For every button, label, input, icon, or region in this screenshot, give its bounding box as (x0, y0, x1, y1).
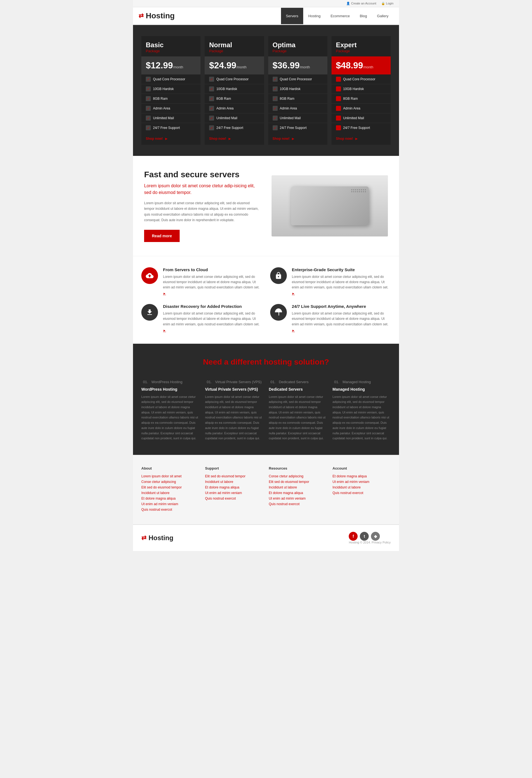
privacy-policy-link[interactable]: Privacy Policy (372, 541, 391, 544)
solution-title: Dedicated Servers (269, 387, 327, 391)
plan-header: Basic Package (141, 36, 200, 56)
list-item: ✓8GB Ram (141, 94, 200, 104)
price-box: $36.99/month (268, 56, 327, 74)
facebook-button[interactable]: f (349, 532, 358, 541)
footer-link[interactable]: Incididunt ut labore (205, 480, 264, 484)
footer-links-grid: AboutLorem ipsum dolor sit ametConse cte… (141, 466, 391, 513)
list-item: ✓Quad Core Processor (268, 74, 327, 84)
footer-link[interactable]: Elit sed do eiusmod tempor (205, 474, 264, 478)
user-icon: 👤 (346, 2, 350, 5)
footer-logo: ⇄ Hosting (141, 534, 173, 542)
price: $24.99 (209, 60, 236, 70)
feature-support: 24/7 Live Support Anytime, Anywhere Lore… (270, 304, 391, 333)
features-list: ✓Quad Core Processor✓10GB Hardisk✓8GB Ra… (332, 74, 391, 133)
check-icon: ✓ (209, 86, 214, 91)
shop-now-button[interactable]: Shop now! ► (268, 133, 327, 145)
footer-link[interactable]: Elit sed do eiusmod tempor (269, 480, 327, 484)
check-icon: ✓ (336, 77, 341, 82)
list-item: ✓24/7 Free Support (205, 123, 264, 133)
feature-security-body: Lorem ipsum dolor sit amet conse ctetur … (292, 274, 391, 290)
footer-link[interactable]: Conse ctetur adipiscing (269, 474, 327, 478)
fast-servers-subtitle: Lorem ipsum dolor sit amet conse ctetur … (144, 182, 260, 196)
plan-expert: Expert Package $48.99/month ✓Quad Core P… (332, 36, 391, 145)
footer-copyright: Hosting © 2014. Privacy Policy (349, 541, 391, 544)
footer-col-support: SupportElit sed do eiusmod temporIncidid… (205, 466, 264, 513)
footer-link[interactable]: Elit sed do eiusmod tempor (141, 485, 200, 489)
shop-now-button[interactable]: Shop now! ► (205, 133, 264, 145)
check-icon: ✓ (209, 125, 214, 130)
nav-gallery[interactable]: Gallery (372, 8, 393, 24)
solution-body: Lorem ipsum dolor sit amet conse ctetur … (205, 394, 264, 441)
twitter-button[interactable]: t (360, 532, 369, 541)
footer-link[interactable]: Quis nostrud exercot (141, 508, 200, 512)
nav-blog[interactable]: Blog (355, 8, 372, 24)
solution-number: 01. Dedicated Servers (269, 378, 327, 385)
list-item: ✓Unlimited Mail (268, 113, 327, 123)
shop-now-button[interactable]: Shop now! ► (332, 133, 391, 145)
footer-link[interactable]: Lorem ipsum dolor sit amet (141, 474, 200, 478)
feature-cloud-link[interactable]: ► (163, 292, 166, 295)
footer-link[interactable]: Quis nostrud exercot (333, 491, 391, 495)
solution-item-1: 01. Virtual Private Servers (VPS) Virtua… (205, 378, 264, 441)
rss-button[interactable]: ◆ (371, 532, 380, 541)
footer-link[interactable]: Ut enim ad mirim veniam (205, 491, 264, 495)
features-list: ✓Quad Core Processor✓10GB Hardisk✓8GB Ra… (205, 74, 264, 133)
footer-link[interactable]: Et dolore magna aliqua (205, 485, 264, 489)
feature-support-link[interactable]: ► (292, 329, 295, 332)
footer-link[interactable]: Quis nostrud exercot (205, 496, 264, 500)
feature-security-link[interactable]: ► (292, 292, 295, 295)
price-period: /month (363, 65, 373, 69)
nav-ecommerce[interactable]: Ecommerce (326, 8, 355, 24)
check-icon: ✓ (209, 96, 214, 101)
support-icon-circle (270, 304, 287, 321)
feature-support-title: 24/7 Live Support Anytime, Anywhere (292, 304, 391, 309)
list-item: ✓8GB Ram (205, 94, 264, 104)
footer-link[interactable]: Quis nostrud exercot (269, 502, 327, 506)
check-icon: ✓ (273, 96, 278, 101)
feature-disaster: Disaster Recovery for Added Protection L… (141, 304, 262, 333)
features-list: ✓Quad Core Processor✓10GB Hardisk✓8GB Ra… (268, 74, 327, 133)
footer-link[interactable]: Incididunt ut labore (141, 491, 200, 495)
footer-link[interactable]: Ut enim ad mirim veniam (333, 480, 391, 484)
footer-link[interactable]: Incididunt ut labore (333, 485, 391, 489)
feature-security-title: Enterprise-Grade Security Suite (292, 267, 391, 272)
footer-link[interactable]: Ut enim ad mirim veniam (141, 502, 200, 506)
solution-body: Lorem ipsum dolor sit amet conse ctetur … (269, 394, 327, 441)
shop-now-button[interactable]: Shop now! ► (141, 133, 200, 145)
list-item: ✓24/7 Free Support (141, 123, 200, 133)
check-icon: ✓ (273, 106, 278, 111)
check-icon: ✓ (336, 86, 341, 91)
check-icon: ✓ (336, 115, 341, 121)
price: $48.99 (336, 60, 363, 70)
check-icon: ✓ (146, 125, 151, 130)
plan-optima: Optima Package $36.99/month ✓Quad Core P… (268, 36, 327, 145)
check-icon: ✓ (146, 86, 151, 91)
nav-hosting[interactable]: Hosting (303, 8, 326, 24)
feature-security-content: Enterprise-Grade Security Suite Lorem ip… (292, 267, 391, 296)
solution-body: Lorem ipsum dolor sit amet conse ctetur … (141, 394, 200, 441)
footer-link[interactable]: Et dolore magna aliqua (269, 491, 327, 495)
footer-link[interactable]: Ut enim ad mirim veniam (269, 496, 327, 500)
shop-arrow-icon: ► (355, 137, 358, 141)
footer-right: f t ◆ Hosting © 2014. Privacy Policy (349, 532, 391, 544)
logo[interactable]: ⇄ Hosting (139, 7, 175, 24)
solutions-title: Need a different hosting solution? (141, 358, 391, 367)
server-visual (272, 175, 388, 236)
check-icon: ✓ (273, 77, 278, 82)
plan-header: Expert Package (332, 36, 391, 56)
login-link[interactable]: 🔒 Login (381, 2, 393, 5)
solution-number: 01. Virtual Private Servers (VPS) (205, 378, 264, 385)
feature-cloud-content: From Servers to Cloud Lorem ipsum dolor … (163, 267, 262, 296)
footer-link[interactable]: Conse ctetur adipiscing (141, 480, 200, 484)
nav-servers[interactable]: Servers (281, 8, 303, 24)
price-period: /month (173, 65, 183, 69)
footer-link[interactable]: Incididunt ut labore (269, 485, 327, 489)
read-more-button[interactable]: Read more (144, 230, 180, 242)
price: $36.99 (273, 60, 300, 70)
feature-disaster-link[interactable]: ► (163, 329, 166, 332)
shop-arrow-icon: ► (164, 137, 168, 141)
footer-link[interactable]: Et dolore magna aliqua (333, 474, 391, 478)
create-account-link[interactable]: 👤 Create an Account (346, 2, 377, 5)
footer-link[interactable]: Et dolore magna aliqua (141, 496, 200, 500)
list-item: ✓Admin Area (141, 104, 200, 113)
